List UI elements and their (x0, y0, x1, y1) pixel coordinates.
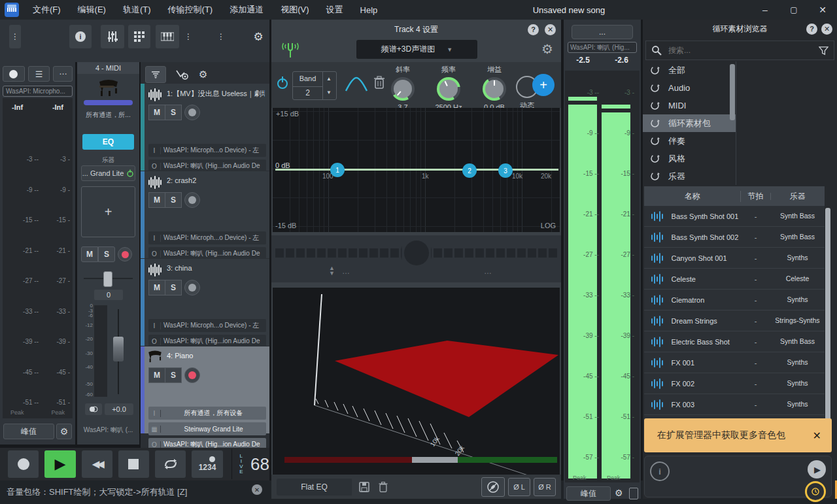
peak-mode-button[interactable]: 峰值 (3, 424, 54, 439)
sample-row[interactable]: Canyon Shot 001 - Synths (644, 248, 825, 269)
morph-updown-arrows[interactable]: ▲▼ (329, 265, 335, 276)
window-close-button[interactable]: ✕ (808, 0, 837, 20)
track-color-strip[interactable] (141, 346, 145, 433)
menu-视图(V)[interactable]: 视图(V) (272, 0, 317, 20)
spectrum-view-dropdown[interactable]: 频谱+3D声谱图 ▼ (356, 40, 477, 59)
output-device-field[interactable] (568, 42, 637, 53)
meter-settings-gear-icon[interactable]: ⚙ (56, 424, 72, 439)
track-name[interactable]: 3: china (167, 264, 265, 272)
transport-record-button[interactable] (8, 450, 39, 478)
track-solo-button[interactable]: S (165, 192, 182, 208)
save-preset-icon[interactable] (358, 481, 370, 493)
browser-help-button[interactable]: ? (806, 24, 817, 35)
output-menu-button[interactable]: ... (572, 25, 633, 39)
band-number[interactable]: 2 (293, 86, 323, 100)
track-mute-button[interactable]: M (148, 105, 165, 120)
spectro-scrollbar-left[interactable] (284, 457, 412, 463)
toolbar-extra-dots-icon[interactable]: ⋮ (216, 25, 226, 48)
record-arm-button[interactable] (3, 66, 25, 82)
table-scrollbar[interactable] (825, 208, 830, 437)
category-item[interactable]: 风格 (643, 150, 736, 167)
sample-row[interactable]: Bass Synth Shot 001 - Synth Bass (644, 206, 825, 227)
browser-close-button[interactable]: ✕ (821, 24, 832, 35)
eq-graph[interactable]: +15 dB 0 dB -15 dB LOG 100 1k 10k 20k 1 … (273, 108, 560, 232)
sample-row[interactable]: Dream Strings - Strings-Synths (644, 311, 825, 331)
track-name[interactable]: 2: crash2 (167, 176, 265, 184)
track-mute-button[interactable]: M (148, 367, 165, 383)
eq-band-dot-3[interactable]: 3 (498, 163, 513, 178)
strip-solo-button[interactable]: S (98, 246, 115, 262)
piano-roll-button[interactable] (156, 25, 179, 48)
phase-left-button[interactable]: Ø L (508, 478, 530, 496)
eq-preset-selector[interactable]: Flat EQ (277, 479, 352, 496)
strip-eq-button[interactable]: EQ (82, 134, 134, 150)
track-name[interactable]: 1:【MV】没出息 Useless｜劇場版 (167, 89, 265, 99)
col-beat[interactable]: 节拍 (740, 191, 770, 202)
channel-strip-header[interactable]: 4 - MIDI (77, 62, 139, 74)
grid-view-button[interactable] (128, 25, 150, 48)
gain-value[interactable]: +0.0 (105, 403, 133, 415)
menu-添加通道[interactable]: 添加通道 (221, 0, 272, 20)
slope-knob[interactable] (391, 77, 415, 101)
sample-row[interactable]: FX 002 - Synths (644, 373, 825, 394)
search-input[interactable] (667, 45, 813, 56)
menu-Help[interactable]: Help (352, 0, 386, 20)
category-item[interactable]: MIDI (643, 97, 736, 114)
track-list-gear-icon[interactable]: ⚙ (199, 69, 207, 80)
category-item[interactable]: 循环素材包 (643, 114, 736, 132)
sample-row[interactable]: Electric Bass Shot - Synth Bass (644, 331, 825, 352)
category-item[interactable]: 伴奏 (643, 132, 736, 150)
sample-row[interactable]: FX 001 - Synths (644, 352, 825, 373)
band-down-arrow[interactable]: ▼ (326, 90, 332, 95)
track-color-strip[interactable] (141, 171, 145, 258)
sample-row[interactable]: Celeste - Celeste (644, 269, 825, 290)
menu-传输控制(T)[interactable]: 传输控制(T) (160, 0, 222, 20)
output-peak-mode-button[interactable]: 峰值 (566, 486, 611, 501)
toolbar-menu-dots-icon[interactable]: ⋮ (9, 25, 21, 48)
category-item[interactable]: Audio (643, 79, 736, 97)
sample-row[interactable]: Bass Synth Shot 002 - Synth Bass (644, 227, 825, 248)
mixer-view-button[interactable] (101, 25, 124, 48)
track-solo-button[interactable]: S (165, 367, 182, 383)
tuner-fork-icon[interactable] (281, 41, 300, 59)
sample-info-button[interactable]: i (650, 462, 670, 481)
track-color-strip[interactable] (141, 84, 145, 171)
track-solo-button[interactable]: S (165, 105, 182, 120)
banner-close-icon[interactable]: ✕ (813, 429, 821, 442)
automation-routing-icon[interactable] (175, 69, 190, 80)
track-solo-button[interactable]: S (165, 280, 182, 295)
phase-right-button[interactable]: Ø R (534, 478, 556, 496)
mixer-more-button[interactable]: ⋯ (53, 66, 73, 82)
instrument-selector[interactable]: ... Grand Lite (81, 165, 135, 181)
expansion-banner[interactable]: 在扩展管理器中获取更多音色包 ✕ (644, 418, 832, 452)
menu-轨道(T)[interactable]: 轨道(T) (114, 0, 160, 20)
track-record-button[interactable] (184, 280, 200, 295)
pan-value[interactable]: 0 (94, 290, 123, 300)
freq-knob[interactable] (437, 77, 460, 101)
pan-slider-handle[interactable] (103, 271, 112, 287)
mixer-list-button[interactable]: ☰ (28, 66, 50, 82)
track-record-button[interactable] (184, 105, 200, 120)
bell-filter-icon[interactable] (345, 76, 368, 93)
track-record-button[interactable] (184, 192, 200, 208)
strip-output-device[interactable]: WasAPI: 喇叭 (... (77, 426, 139, 435)
menu-编辑(E)[interactable]: 编辑(E) (69, 0, 114, 20)
toolbar-settings-gear-icon[interactable]: ⚙ (250, 25, 267, 48)
eq-help-button[interactable]: ? (528, 24, 539, 35)
track-item-1[interactable]: 1:【MV】没出息 Useless｜劇場版MSIWasAPI: Microph.… (141, 84, 269, 171)
track-mute-button[interactable]: M (148, 280, 165, 295)
transport-rewind-button[interactable]: ◀◀ (82, 450, 112, 478)
eq-title-bar[interactable]: Track 4 设置 ? ✕ (271, 20, 561, 39)
menu-文件(F)[interactable]: 文件(F) (24, 0, 69, 20)
spectrogram-3d-view[interactable]: 10k 20k (273, 288, 560, 475)
toolbar-more-dots-icon[interactable]: ⋮ (183, 25, 194, 48)
track-filter-button[interactable] (145, 66, 166, 83)
morph-slider-handle[interactable] (404, 241, 429, 265)
sample-row[interactable]: Ciematron - Synths (644, 290, 825, 311)
track-color-strip[interactable] (141, 259, 145, 346)
sample-row[interactable]: FX 003 - Synths (644, 394, 825, 415)
master-input-device-field[interactable] (3, 86, 73, 97)
live-indicator[interactable]: L I V E (238, 454, 245, 475)
output-meter-gear-icon[interactable]: ⚙ (615, 488, 623, 498)
power-icon[interactable] (126, 169, 134, 177)
